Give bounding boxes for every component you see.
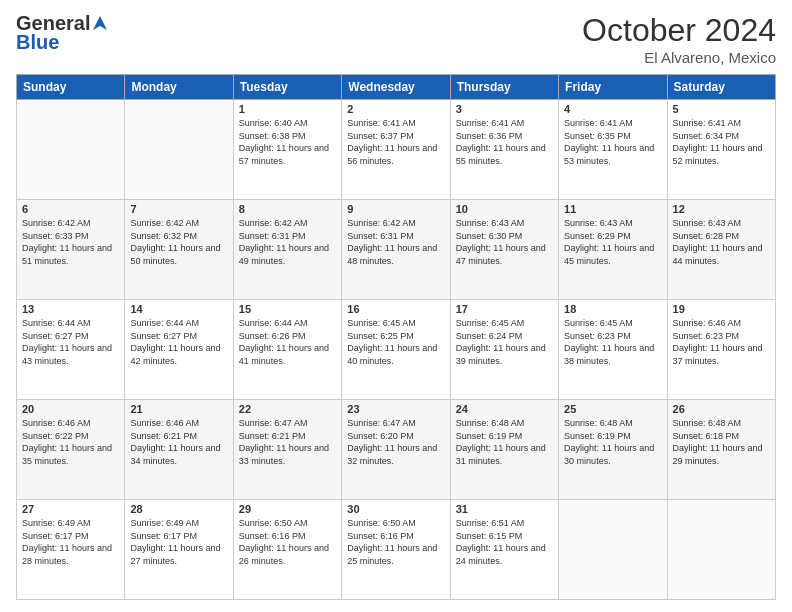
- logo-arrow-icon: [91, 14, 109, 32]
- day-info: Sunrise: 6:44 AMSunset: 6:26 PMDaylight:…: [239, 317, 336, 367]
- calendar-day-cell: 5Sunrise: 6:41 AMSunset: 6:34 PMDaylight…: [667, 100, 775, 200]
- day-number: 28: [130, 503, 227, 515]
- day-info: Sunrise: 6:45 AMSunset: 6:25 PMDaylight:…: [347, 317, 444, 367]
- calendar-day-cell: 28Sunrise: 6:49 AMSunset: 6:17 PMDayligh…: [125, 500, 233, 600]
- logo: General Blue: [16, 12, 109, 54]
- day-number: 3: [456, 103, 553, 115]
- day-number: 1: [239, 103, 336, 115]
- day-number: 8: [239, 203, 336, 215]
- month-title: October 2024: [582, 12, 776, 49]
- calendar-day-cell: 19Sunrise: 6:46 AMSunset: 6:23 PMDayligh…: [667, 300, 775, 400]
- day-number: 25: [564, 403, 661, 415]
- weekday-header: Friday: [559, 75, 667, 100]
- calendar-day-cell: 12Sunrise: 6:43 AMSunset: 6:28 PMDayligh…: [667, 200, 775, 300]
- day-number: 12: [673, 203, 770, 215]
- day-number: 11: [564, 203, 661, 215]
- calendar-header-row: SundayMondayTuesdayWednesdayThursdayFrid…: [17, 75, 776, 100]
- calendar-day-cell: 30Sunrise: 6:50 AMSunset: 6:16 PMDayligh…: [342, 500, 450, 600]
- day-number: 24: [456, 403, 553, 415]
- calendar-week-row: 6Sunrise: 6:42 AMSunset: 6:33 PMDaylight…: [17, 200, 776, 300]
- calendar-day-cell: 25Sunrise: 6:48 AMSunset: 6:19 PMDayligh…: [559, 400, 667, 500]
- calendar-table: SundayMondayTuesdayWednesdayThursdayFrid…: [16, 74, 776, 600]
- day-number: 2: [347, 103, 444, 115]
- calendar-day-cell: 13Sunrise: 6:44 AMSunset: 6:27 PMDayligh…: [17, 300, 125, 400]
- calendar-day-cell: 10Sunrise: 6:43 AMSunset: 6:30 PMDayligh…: [450, 200, 558, 300]
- calendar-week-row: 13Sunrise: 6:44 AMSunset: 6:27 PMDayligh…: [17, 300, 776, 400]
- calendar-day-cell: 11Sunrise: 6:43 AMSunset: 6:29 PMDayligh…: [559, 200, 667, 300]
- calendar-day-cell: 21Sunrise: 6:46 AMSunset: 6:21 PMDayligh…: [125, 400, 233, 500]
- calendar-week-row: 27Sunrise: 6:49 AMSunset: 6:17 PMDayligh…: [17, 500, 776, 600]
- day-info: Sunrise: 6:47 AMSunset: 6:20 PMDaylight:…: [347, 417, 444, 467]
- header: General Blue October 2024 El Alvareno, M…: [16, 12, 776, 66]
- calendar-day-cell: 23Sunrise: 6:47 AMSunset: 6:20 PMDayligh…: [342, 400, 450, 500]
- day-info: Sunrise: 6:42 AMSunset: 6:32 PMDaylight:…: [130, 217, 227, 267]
- day-number: 13: [22, 303, 119, 315]
- day-number: 5: [673, 103, 770, 115]
- day-info: Sunrise: 6:50 AMSunset: 6:16 PMDaylight:…: [239, 517, 336, 567]
- day-info: Sunrise: 6:44 AMSunset: 6:27 PMDaylight:…: [130, 317, 227, 367]
- day-info: Sunrise: 6:49 AMSunset: 6:17 PMDaylight:…: [130, 517, 227, 567]
- day-info: Sunrise: 6:46 AMSunset: 6:21 PMDaylight:…: [130, 417, 227, 467]
- calendar-day-cell: 4Sunrise: 6:41 AMSunset: 6:35 PMDaylight…: [559, 100, 667, 200]
- day-info: Sunrise: 6:45 AMSunset: 6:23 PMDaylight:…: [564, 317, 661, 367]
- day-info: Sunrise: 6:48 AMSunset: 6:19 PMDaylight:…: [456, 417, 553, 467]
- day-number: 22: [239, 403, 336, 415]
- day-info: Sunrise: 6:43 AMSunset: 6:30 PMDaylight:…: [456, 217, 553, 267]
- calendar-week-row: 1Sunrise: 6:40 AMSunset: 6:38 PMDaylight…: [17, 100, 776, 200]
- weekday-header: Thursday: [450, 75, 558, 100]
- day-info: Sunrise: 6:42 AMSunset: 6:31 PMDaylight:…: [239, 217, 336, 267]
- day-number: 15: [239, 303, 336, 315]
- calendar-day-cell: 29Sunrise: 6:50 AMSunset: 6:16 PMDayligh…: [233, 500, 341, 600]
- day-number: 16: [347, 303, 444, 315]
- day-info: Sunrise: 6:50 AMSunset: 6:16 PMDaylight:…: [347, 517, 444, 567]
- calendar-day-cell: 31Sunrise: 6:51 AMSunset: 6:15 PMDayligh…: [450, 500, 558, 600]
- day-number: 10: [456, 203, 553, 215]
- day-info: Sunrise: 6:51 AMSunset: 6:15 PMDaylight:…: [456, 517, 553, 567]
- calendar-day-cell: 1Sunrise: 6:40 AMSunset: 6:38 PMDaylight…: [233, 100, 341, 200]
- day-info: Sunrise: 6:41 AMSunset: 6:35 PMDaylight:…: [564, 117, 661, 167]
- svg-marker-0: [93, 16, 107, 30]
- calendar-day-cell: 9Sunrise: 6:42 AMSunset: 6:31 PMDaylight…: [342, 200, 450, 300]
- day-info: Sunrise: 6:48 AMSunset: 6:18 PMDaylight:…: [673, 417, 770, 467]
- day-number: 29: [239, 503, 336, 515]
- day-number: 30: [347, 503, 444, 515]
- weekday-header: Tuesday: [233, 75, 341, 100]
- day-number: 20: [22, 403, 119, 415]
- day-info: Sunrise: 6:43 AMSunset: 6:28 PMDaylight:…: [673, 217, 770, 267]
- day-number: 27: [22, 503, 119, 515]
- day-info: Sunrise: 6:46 AMSunset: 6:23 PMDaylight:…: [673, 317, 770, 367]
- weekday-header: Sunday: [17, 75, 125, 100]
- calendar-day-cell: 16Sunrise: 6:45 AMSunset: 6:25 PMDayligh…: [342, 300, 450, 400]
- day-number: 4: [564, 103, 661, 115]
- day-info: Sunrise: 6:41 AMSunset: 6:34 PMDaylight:…: [673, 117, 770, 167]
- calendar-day-cell: 20Sunrise: 6:46 AMSunset: 6:22 PMDayligh…: [17, 400, 125, 500]
- day-number: 7: [130, 203, 227, 215]
- calendar-day-cell: 6Sunrise: 6:42 AMSunset: 6:33 PMDaylight…: [17, 200, 125, 300]
- calendar-day-cell: [125, 100, 233, 200]
- day-info: Sunrise: 6:47 AMSunset: 6:21 PMDaylight:…: [239, 417, 336, 467]
- calendar-day-cell: 2Sunrise: 6:41 AMSunset: 6:37 PMDaylight…: [342, 100, 450, 200]
- day-info: Sunrise: 6:49 AMSunset: 6:17 PMDaylight:…: [22, 517, 119, 567]
- weekday-header: Monday: [125, 75, 233, 100]
- page: General Blue October 2024 El Alvareno, M…: [0, 0, 792, 612]
- day-number: 19: [673, 303, 770, 315]
- day-info: Sunrise: 6:41 AMSunset: 6:37 PMDaylight:…: [347, 117, 444, 167]
- day-info: Sunrise: 6:40 AMSunset: 6:38 PMDaylight:…: [239, 117, 336, 167]
- location: El Alvareno, Mexico: [582, 49, 776, 66]
- calendar-day-cell: [17, 100, 125, 200]
- calendar-week-row: 20Sunrise: 6:46 AMSunset: 6:22 PMDayligh…: [17, 400, 776, 500]
- calendar-day-cell: 15Sunrise: 6:44 AMSunset: 6:26 PMDayligh…: [233, 300, 341, 400]
- day-number: 14: [130, 303, 227, 315]
- calendar-day-cell: 14Sunrise: 6:44 AMSunset: 6:27 PMDayligh…: [125, 300, 233, 400]
- day-info: Sunrise: 6:41 AMSunset: 6:36 PMDaylight:…: [456, 117, 553, 167]
- day-number: 6: [22, 203, 119, 215]
- title-block: October 2024 El Alvareno, Mexico: [582, 12, 776, 66]
- weekday-header: Wednesday: [342, 75, 450, 100]
- weekday-header: Saturday: [667, 75, 775, 100]
- calendar-day-cell: [559, 500, 667, 600]
- day-info: Sunrise: 6:48 AMSunset: 6:19 PMDaylight:…: [564, 417, 661, 467]
- day-info: Sunrise: 6:43 AMSunset: 6:29 PMDaylight:…: [564, 217, 661, 267]
- day-info: Sunrise: 6:44 AMSunset: 6:27 PMDaylight:…: [22, 317, 119, 367]
- calendar-day-cell: 3Sunrise: 6:41 AMSunset: 6:36 PMDaylight…: [450, 100, 558, 200]
- logo-blue: Blue: [16, 31, 59, 54]
